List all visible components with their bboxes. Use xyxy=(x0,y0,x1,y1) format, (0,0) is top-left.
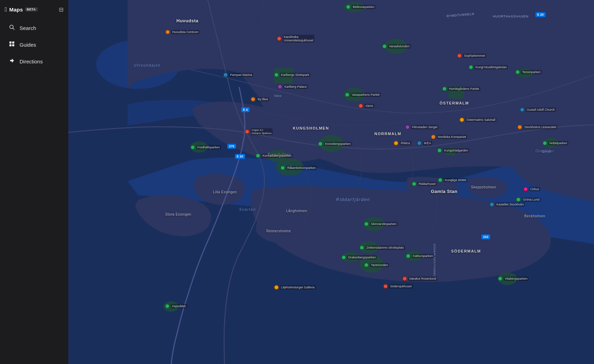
svg-point-23 xyxy=(190,141,208,153)
svg-point-18 xyxy=(342,252,359,262)
sidebar-item-guides[interactable]: Guides xyxy=(3,37,66,52)
svg-rect-2 xyxy=(9,41,12,44)
sidebar-toggle-button[interactable]: ⊟ xyxy=(59,6,63,13)
svg-rect-4 xyxy=(9,44,12,46)
sidebar-header:  Maps BETA ⊟ xyxy=(0,0,68,17)
svg-point-19 xyxy=(385,39,407,54)
svg-rect-13 xyxy=(446,148,455,156)
directions-icon xyxy=(8,58,15,65)
app-logo:  Maps BETA xyxy=(5,6,38,13)
app-title: Maps xyxy=(9,7,23,13)
svg-point-24 xyxy=(268,150,287,162)
svg-point-20 xyxy=(344,2,365,12)
map-area[interactable]: ÖSTERMALM NORRMALM KUNGSHOLMEN Kungsholm… xyxy=(68,0,594,364)
svg-rect-8 xyxy=(274,68,293,84)
svg-rect-5 xyxy=(12,44,14,46)
beta-badge: BETA xyxy=(25,7,38,11)
search-icon xyxy=(8,24,15,31)
svg-point-21 xyxy=(544,138,558,148)
svg-point-9 xyxy=(319,135,344,152)
map-background xyxy=(68,0,594,364)
svg-point-17 xyxy=(405,251,422,261)
sidebar-item-search[interactable]: Search xyxy=(3,20,66,36)
svg-rect-12 xyxy=(448,86,464,99)
svg-line-1 xyxy=(13,28,14,30)
svg-point-16 xyxy=(359,241,379,254)
svg-point-26 xyxy=(163,301,179,312)
svg-point-22 xyxy=(517,68,533,78)
svg-point-11 xyxy=(344,88,365,102)
svg-point-15 xyxy=(359,255,384,273)
svg-point-25 xyxy=(498,272,517,285)
apple-logo-icon:  xyxy=(5,6,7,13)
sidebar-item-directions[interactable]: Directions xyxy=(3,54,66,69)
sidebar:  Maps BETA ⊟ Search xyxy=(0,0,68,364)
sidebar-directions-label: Directions xyxy=(20,59,43,64)
svg-point-14 xyxy=(363,217,384,231)
sidebar-nav: Search Guides Directions xyxy=(0,17,68,72)
sidebar-search-label: Search xyxy=(20,25,36,31)
guides-icon xyxy=(8,41,15,48)
svg-rect-3 xyxy=(12,41,14,44)
sidebar-guides-label: Guides xyxy=(20,42,36,48)
